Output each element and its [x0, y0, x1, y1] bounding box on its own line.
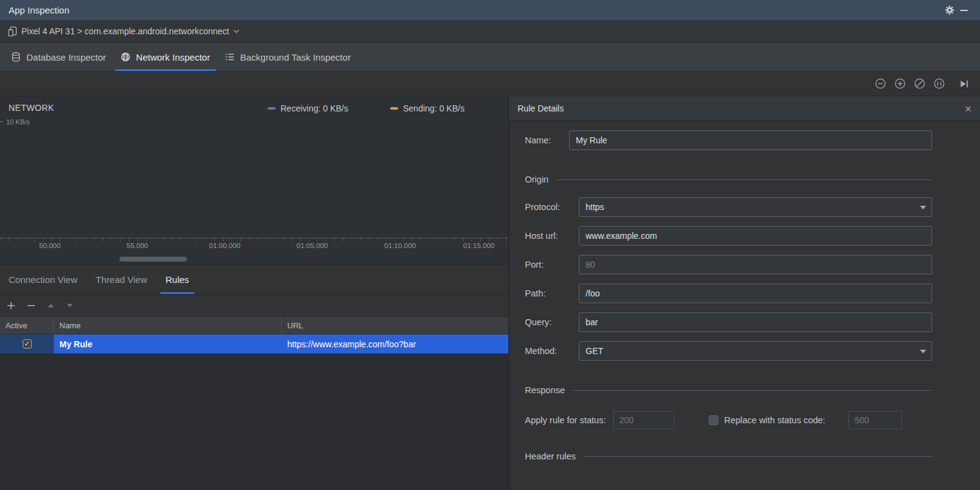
- port-field-row: Port:: [525, 255, 932, 274]
- add-rule-button[interactable]: [7, 301, 15, 310]
- window-title: App Inspection: [9, 5, 69, 15]
- response-separator: [572, 390, 932, 391]
- active-checkbox[interactable]: ✓: [23, 339, 32, 349]
- time-tick-label: 01:00.000: [209, 242, 240, 249]
- response-section-label: Response: [525, 385, 565, 395]
- host-input[interactable]: [579, 226, 932, 246]
- column-header-name[interactable]: Name: [54, 317, 282, 334]
- zoom-in-icon: [894, 78, 906, 89]
- titlebar: App Inspection: [0, 0, 980, 20]
- rule-details-header: Rule Details ×: [509, 96, 980, 121]
- zoom-to-selection-icon: [933, 78, 945, 89]
- protocol-label: Protocol:: [525, 202, 579, 212]
- minimize-icon: [960, 10, 968, 11]
- inspector-tabs: Database Inspector Network Inspector Bac…: [0, 43, 980, 72]
- name-field-row: Name:: [525, 130, 932, 150]
- go-live-button[interactable]: [959, 79, 969, 89]
- port-input[interactable]: [579, 255, 932, 274]
- down-arrow-icon: [66, 302, 74, 309]
- apply-status-label: Apply rule for status:: [525, 415, 606, 425]
- remove-rule-button[interactable]: [27, 301, 36, 310]
- time-tick-label: 01:05.000: [296, 242, 328, 249]
- time-axis: 50.000 55.000 01:00.000 01:05.000 01:10.…: [0, 238, 508, 252]
- time-tick-label: 01:10.000: [385, 242, 416, 249]
- up-arrow-icon: [47, 302, 55, 309]
- zoom-in-button[interactable]: [894, 78, 906, 89]
- query-field-row: Query:: [525, 312, 932, 332]
- header-rules-section-label: Header rules: [525, 451, 576, 461]
- chart-plot-area[interactable]: [0, 96, 508, 238]
- tab-connection-view[interactable]: Connection View: [9, 265, 77, 294]
- time-tick-label: 01:15.000: [463, 242, 494, 249]
- reset-zoom-icon: [914, 78, 925, 89]
- time-tick-label: 50.000: [39, 242, 61, 249]
- close-icon[interactable]: ×: [965, 103, 971, 115]
- rules-table-header: Active Name URL: [0, 317, 508, 334]
- replace-status-label: Replace with status code:: [724, 415, 825, 425]
- move-up-button[interactable]: [47, 302, 55, 309]
- header-rules-separator: [583, 456, 932, 457]
- table-empty-area: [0, 353, 508, 490]
- tab-rules[interactable]: Rules: [165, 265, 189, 294]
- active-cell: ✓: [0, 334, 54, 353]
- device-icon: [8, 26, 17, 37]
- device-selector-label: Pixel 4 API 31 > com.example.android.net…: [21, 26, 229, 36]
- zoom-out-button[interactable]: [875, 78, 886, 89]
- table-row[interactable]: ✓ My Rule https://www.example.com/foo?ba…: [0, 334, 508, 353]
- tab-thread-view[interactable]: Thread View: [96, 265, 147, 294]
- method-value: GET: [586, 346, 603, 356]
- chevron-down-icon: [920, 350, 926, 356]
- chevron-down-icon: [233, 29, 239, 33]
- plus-icon: [7, 301, 15, 310]
- host-field-row: Host url:: [525, 226, 932, 246]
- query-label: Query:: [525, 317, 579, 327]
- protocol-value: https: [586, 202, 604, 212]
- replace-status-input[interactable]: [848, 411, 902, 429]
- device-selector[interactable]: Pixel 4 API 31 > com.example.android.net…: [0, 20, 980, 43]
- panel-title: Rule Details: [518, 104, 564, 113]
- status-rule-row: Apply rule for status: Replace with stat…: [525, 411, 932, 429]
- move-down-button[interactable]: [66, 302, 74, 309]
- time-tick-label: 55.000: [127, 242, 148, 249]
- origin-section: Origin: [525, 175, 932, 184]
- column-header-active[interactable]: Active: [0, 317, 54, 334]
- database-icon: [11, 52, 21, 62]
- go-live-icon: [959, 79, 969, 89]
- reset-zoom-button[interactable]: [914, 78, 925, 89]
- rule-name-cell: My Rule: [54, 334, 282, 353]
- path-input[interactable]: [579, 284, 932, 303]
- network-panel: NETWORK Receiving: 0 KB/s Sending: 0 KB/…: [0, 96, 509, 490]
- method-field-row: Method: GET: [525, 341, 932, 361]
- name-input[interactable]: [569, 130, 932, 150]
- view-tabs: Connection View Thread View Rules: [0, 265, 508, 295]
- port-label: Port:: [525, 260, 579, 270]
- column-header-url[interactable]: URL: [282, 317, 508, 334]
- task-list-icon: [225, 52, 235, 62]
- globe-icon: [121, 52, 130, 62]
- tab-background-task-inspector[interactable]: Background Task Inspector: [217, 43, 358, 71]
- header-rules-section: Header rules: [525, 451, 932, 461]
- rule-details-panel: Rule Details × Name: Origin Protocol: ht…: [509, 96, 980, 490]
- tab-network-inspector[interactable]: Network Inspector: [113, 43, 217, 71]
- method-dropdown[interactable]: GET: [579, 341, 932, 361]
- horizontal-scrollbar[interactable]: [119, 257, 187, 262]
- tab-label: Database Inspector: [26, 52, 106, 62]
- path-field-row: Path:: [525, 284, 932, 303]
- method-label: Method:: [525, 346, 579, 356]
- zoom-to-selection-button[interactable]: [933, 78, 945, 89]
- protocol-dropdown[interactable]: https: [579, 197, 932, 217]
- name-label: Name:: [525, 135, 569, 145]
- apply-status-input[interactable]: [613, 411, 674, 429]
- settings-button[interactable]: [942, 3, 957, 18]
- path-label: Path:: [525, 288, 579, 298]
- tab-database-inspector[interactable]: Database Inspector: [4, 43, 113, 71]
- host-label: Host url:: [525, 231, 579, 241]
- check-icon: ✓: [24, 340, 29, 348]
- main-content: NETWORK Receiving: 0 KB/s Sending: 0 KB/…: [0, 96, 980, 490]
- chevron-down-icon: [920, 206, 926, 213]
- rule-url-cell: https://www.example.com/foo?bar: [282, 334, 508, 353]
- query-input[interactable]: [579, 312, 932, 332]
- origin-separator: [556, 179, 932, 180]
- minimize-button[interactable]: [957, 3, 971, 18]
- replace-status-checkbox[interactable]: [709, 415, 718, 425]
